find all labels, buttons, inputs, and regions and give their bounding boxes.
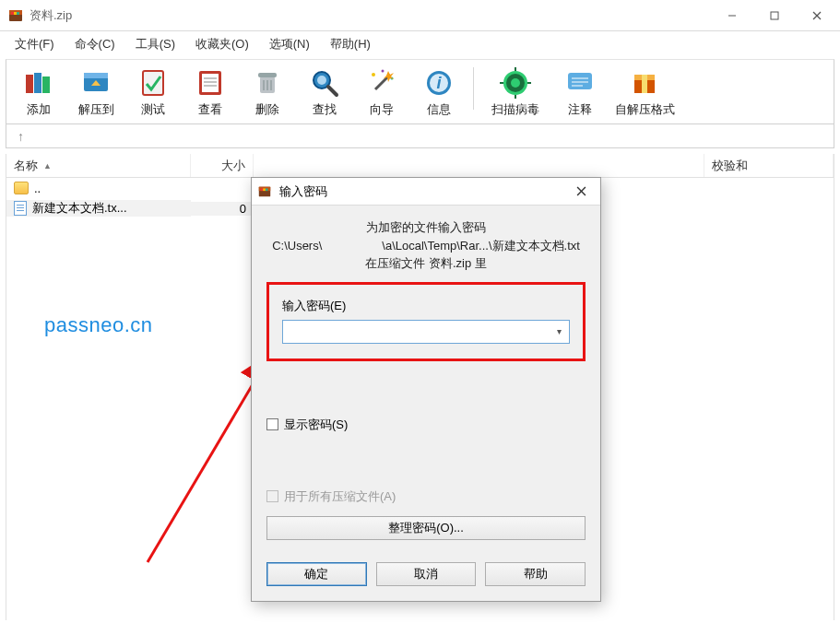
minimize-button[interactable] [711, 2, 753, 29]
dialog-footer: 确定 取消 帮助 [252, 549, 600, 601]
svg-rect-14 [143, 71, 163, 95]
sort-asc-icon: ▲ [43, 161, 52, 170]
dialog-title-bar: 输入密码 [252, 178, 600, 206]
toolbar-comment[interactable]: 注释 [551, 65, 609, 122]
toolbar-wizard[interactable]: 向导 [353, 65, 410, 122]
toolbar-test-label: 测试 [141, 102, 165, 118]
search-icon [309, 67, 340, 99]
wand-icon [366, 67, 397, 99]
show-password-checkbox[interactable] [266, 418, 278, 430]
menu-help[interactable]: 帮助(H) [321, 32, 380, 56]
toolbar-find[interactable]: 查找 [296, 65, 353, 122]
svg-rect-4 [17, 12, 19, 15]
svg-rect-10 [34, 73, 41, 93]
toolbar-info[interactable]: i 信息 [410, 65, 467, 122]
column-size[interactable]: 大小 [191, 154, 254, 177]
svg-rect-42 [568, 73, 592, 89]
password-input[interactable] [283, 321, 549, 343]
info-icon: i [423, 67, 455, 99]
toolbar-add-label: 添加 [27, 102, 51, 118]
file-name-label: 新建文本文档.tx... [32, 200, 127, 217]
dialog-close-button[interactable] [567, 181, 595, 203]
svg-point-37 [511, 78, 520, 88]
svg-rect-11 [42, 76, 50, 93]
dialog-message: 为加密的文件输入密码 C:\Users\ \a\Local\Temp\Rar..… [266, 218, 586, 273]
nav-up-row[interactable]: ↑ [6, 124, 834, 148]
highlight-box: 输入密码(E) ▾ [266, 282, 586, 361]
column-name-label: 名称 [14, 158, 38, 174]
svg-rect-9 [26, 75, 33, 93]
parent-dir-label: .. [34, 182, 41, 195]
column-packed[interactable] [254, 154, 704, 177]
toolbar-virus-label: 扫描病毒 [491, 102, 539, 118]
show-password-row[interactable]: 显示密码(S) [266, 417, 586, 433]
svg-rect-21 [258, 73, 277, 77]
toolbar-wizard-label: 向导 [370, 102, 394, 118]
menu-command[interactable]: 命令(C) [65, 32, 124, 56]
title-bar: 资料.zip [0, 0, 840, 31]
view-icon [195, 67, 226, 99]
dialog-line3: 在压缩文件 资料.zip 里 [266, 254, 586, 273]
svg-rect-16 [202, 74, 219, 92]
folder-icon [14, 182, 29, 194]
toolbar-test[interactable]: 测试 [124, 65, 182, 122]
window-title: 资料.zip [30, 7, 72, 24]
app-icon [257, 184, 274, 199]
menu-tools[interactable]: 工具(S) [126, 32, 184, 56]
chevron-down-icon[interactable]: ▾ [549, 326, 569, 336]
organize-passwords-label: 整理密码(O)... [388, 520, 464, 536]
svg-rect-6 [771, 12, 778, 19]
maximize-button[interactable] [753, 2, 796, 29]
svg-point-29 [372, 73, 375, 76]
toolbar-add[interactable]: 添加 [10, 65, 67, 122]
menu-file[interactable]: 文件(F) [6, 32, 64, 56]
textfile-icon [14, 201, 27, 216]
trash-icon [252, 67, 283, 99]
virus-icon [500, 67, 531, 99]
file-list-header: 名称 ▲ 大小 校验和 [6, 154, 834, 178]
help-label: 帮助 [524, 566, 548, 582]
toolbar-sfx[interactable]: 自解压格式 [609, 65, 680, 122]
svg-line-27 [328, 87, 337, 95]
column-checksum[interactable]: 校验和 [704, 154, 834, 177]
dialog-path: C:\Users\ \a\Local\Temp\Rar...\新建文本文档.tx… [266, 237, 586, 255]
dialog-title: 输入密码 [279, 183, 327, 200]
toolbar-delete[interactable]: 删除 [239, 65, 296, 122]
svg-rect-53 [263, 188, 266, 191]
toolbar-view[interactable]: 查看 [182, 65, 239, 122]
toolbar-view-label: 查看 [198, 102, 222, 118]
svg-rect-52 [261, 188, 264, 191]
use-for-all-label: 用于所有压缩文件(A) [284, 488, 396, 505]
organize-passwords-button[interactable]: 整理密码(O)... [266, 516, 586, 540]
menu-options[interactable]: 选项(N) [260, 32, 319, 56]
menu-favorites[interactable]: 收藏夹(O) [186, 32, 258, 56]
ok-label: 确定 [304, 566, 328, 582]
test-icon [137, 67, 169, 99]
ok-button[interactable]: 确定 [266, 562, 367, 586]
toolbar-comment-label: 注释 [568, 102, 592, 118]
password-dialog: 输入密码 为加密的文件输入密码 C:\Users\ \a\Local\Temp\… [251, 177, 601, 602]
svg-rect-2 [11, 12, 14, 15]
password-label: 输入密码(E) [282, 298, 570, 314]
svg-point-26 [317, 76, 326, 85]
comment-icon [564, 67, 596, 99]
toolbar-extract-label: 解压到 [78, 102, 114, 118]
column-name[interactable]: 名称 ▲ [6, 154, 191, 177]
use-for-all-row: 用于所有压缩文件(A) [266, 488, 586, 505]
password-input-combo[interactable]: ▾ [282, 320, 570, 344]
svg-rect-3 [14, 12, 17, 15]
toolbar-info-label: 信息 [427, 102, 451, 118]
help-button[interactable]: 帮助 [485, 562, 586, 586]
toolbar-separator [473, 67, 474, 110]
svg-point-30 [382, 70, 385, 73]
svg-rect-48 [642, 75, 647, 93]
window-close-button[interactable] [796, 2, 838, 29]
svg-rect-54 [266, 188, 268, 191]
cancel-button[interactable]: 取消 [376, 562, 477, 586]
column-checksum-label: 校验和 [712, 158, 748, 174]
toolbar-virus[interactable]: 扫描病毒 [479, 65, 551, 122]
svg-rect-13 [84, 73, 108, 78]
watermark-text: passneo.cn [44, 313, 153, 337]
toolbar: 添加 解压到 测试 查看 删除 查找 向导 i 信息 扫描病毒 注释 自解压格式 [6, 59, 834, 124]
toolbar-extract[interactable]: 解压到 [67, 65, 124, 122]
